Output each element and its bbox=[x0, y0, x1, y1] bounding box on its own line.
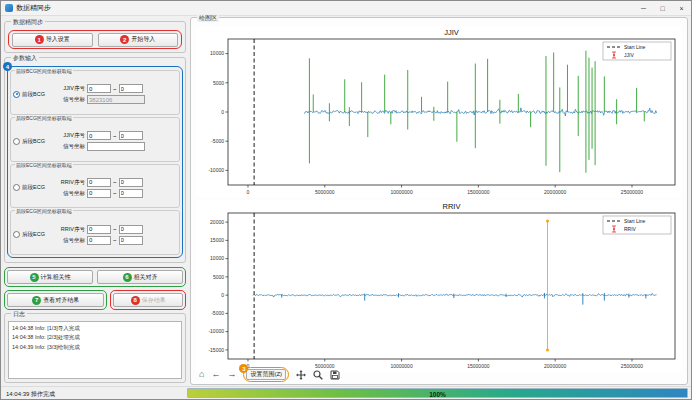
svg-text:15000000: 15000000 bbox=[467, 189, 489, 195]
signal-coord-label: 信号坐标 bbox=[55, 190, 85, 197]
rriv-index-label: RRIV序号 bbox=[55, 179, 85, 186]
svg-text:20000: 20000 bbox=[210, 219, 224, 225]
log-groupbox: 日志 14:04:38 Info: [1/3]导入完成 14:04:38 Inf… bbox=[4, 313, 186, 383]
svg-text:5000: 5000 bbox=[213, 274, 224, 280]
annotation-rect-import: 1 导入设置 2 开始导入 bbox=[8, 30, 182, 49]
svg-text:-15000: -15000 bbox=[208, 347, 224, 353]
import-settings-button[interactable]: 1 导入设置 bbox=[12, 33, 93, 47]
svg-text:Start Line: Start Line bbox=[624, 44, 646, 50]
maximize-button[interactable]: □ bbox=[653, 1, 672, 15]
radio-front-ecg[interactable]: 前段ECG bbox=[13, 184, 55, 191]
radio-indicator[interactable] bbox=[13, 91, 20, 98]
close-button[interactable]: × bbox=[672, 1, 691, 15]
log-group-title: 日志 bbox=[11, 310, 27, 318]
signal-coord-label: 信号坐标 bbox=[55, 96, 85, 103]
rear-ecg-coord-end-input[interactable] bbox=[119, 236, 143, 245]
start-import-button[interactable]: 2 开始导入 bbox=[98, 33, 179, 47]
plot-group-title: 绘图区 bbox=[197, 14, 219, 22]
log-entry: 14:04:38 Info: [2/3]处理完成 bbox=[12, 333, 178, 342]
svg-text:-10000: -10000 bbox=[208, 167, 224, 173]
annotation-rect-save-result: 8 保存结果 bbox=[110, 290, 186, 310]
statusbar: 14:04:39 操作完成 100% bbox=[1, 386, 691, 399]
rear-ecg-rriv-start-input[interactable] bbox=[87, 225, 111, 234]
correlation-align-button[interactable]: 6 相关对齐 bbox=[97, 270, 183, 284]
view-align-result-button[interactable]: 7 查看对齐结果 bbox=[7, 293, 104, 307]
zoom-icon[interactable] bbox=[313, 370, 323, 380]
svg-text:0: 0 bbox=[247, 189, 250, 195]
radio-rear-ecg[interactable]: 后段ECG bbox=[13, 231, 55, 238]
home-icon[interactable]: ⌂ bbox=[199, 370, 204, 379]
annotation-rect-view-result: 7 查看对齐结果 bbox=[4, 290, 107, 310]
svg-text:10000000: 10000000 bbox=[390, 189, 412, 195]
param-section-title: 后段ECG区间坐标获取端 bbox=[15, 208, 73, 214]
radio-indicator[interactable] bbox=[13, 231, 20, 238]
progress-bar: 100% bbox=[187, 388, 688, 398]
svg-text:-10000: -10000 bbox=[208, 328, 224, 334]
front-ecg-rriv-end-input[interactable] bbox=[119, 178, 143, 187]
rear-ecg-rriv-end-input[interactable] bbox=[119, 225, 143, 234]
sync-group-title: 数据精同步 bbox=[11, 18, 45, 26]
svg-text:-5000: -5000 bbox=[211, 310, 224, 316]
annotation-5-badge: 5 bbox=[30, 273, 39, 282]
rear-ecg-coord-start-input[interactable] bbox=[87, 236, 111, 245]
action-buttons: 5 计算相关性 6 相关对齐 7 查看对齐结果 8 bbox=[4, 267, 186, 310]
annotation-rect-params: 4 前段BCG区间坐标获取端 前段BCG JJIV序号 ~ bbox=[7, 66, 183, 258]
front-bcg-jjiv-start-input[interactable] bbox=[87, 84, 111, 93]
param-section-title: 前段ECG区间坐标获取端 bbox=[15, 162, 73, 168]
annotation-2-badge: 2 bbox=[120, 35, 129, 44]
minimize-button[interactable]: ─ bbox=[634, 1, 653, 15]
save-result-button[interactable]: 8 保存结果 bbox=[113, 293, 183, 307]
svg-text:20000000: 20000000 bbox=[544, 363, 566, 369]
calc-correlation-button[interactable]: 5 计算相关性 bbox=[7, 270, 93, 284]
params-groupbox: 参数输入 4 前段BCG区间坐标获取端 前段BCG JJIV序号 ~ bbox=[4, 57, 186, 263]
radio-indicator[interactable] bbox=[13, 184, 20, 191]
log-list[interactable]: 14:04:38 Info: [1/3]导入完成 14:04:38 Info: … bbox=[8, 321, 182, 379]
set-range-button[interactable]: 设置范围(Z) bbox=[246, 369, 286, 380]
annotation-1-badge: 1 bbox=[35, 35, 44, 44]
annotation-rect-range: 3 设置范围(Z) bbox=[243, 367, 289, 382]
svg-text:25000000: 25000000 bbox=[621, 189, 643, 195]
svg-text:10000: 10000 bbox=[210, 50, 224, 56]
param-section-title: 前段BCG区间坐标获取端 bbox=[15, 68, 73, 74]
front-ecg-rriv-start-input[interactable] bbox=[87, 178, 111, 187]
titlebar: 数据精同步 ─ □ × bbox=[1, 1, 691, 16]
sync-groupbox: 数据精同步 1 导入设置 2 开始导入 bbox=[4, 21, 186, 53]
rear-bcg-signal-coord-input[interactable] bbox=[87, 142, 145, 151]
svg-text:20000000: 20000000 bbox=[544, 189, 566, 195]
forward-icon[interactable]: → bbox=[227, 370, 236, 379]
status-message: 14:04:39 操作完成 bbox=[6, 390, 55, 399]
app-window: 数据精同步 ─ □ × 数据精同步 1 导入设置 2 开始导入 参数输入 bbox=[0, 0, 692, 400]
save-figure-icon[interactable] bbox=[330, 370, 340, 380]
back-icon[interactable]: ← bbox=[211, 370, 220, 379]
svg-text:RRIV: RRIV bbox=[443, 202, 461, 211]
svg-text:RRIV: RRIV bbox=[624, 226, 637, 232]
app-icon bbox=[5, 4, 13, 12]
svg-text:5000000: 5000000 bbox=[315, 189, 335, 195]
svg-text:15000: 15000 bbox=[210, 237, 224, 243]
params-group-title: 参数输入 bbox=[11, 54, 39, 62]
param-section-rear-bcg: 后段BCG区间坐标获取端 后段BCG JJIV序号 ~ 信号坐 bbox=[10, 117, 180, 162]
rear-bcg-jjiv-end-input[interactable] bbox=[119, 131, 143, 140]
rriv-index-label: RRIV序号 bbox=[55, 226, 85, 233]
radio-rear-bcg[interactable]: 后段BCG bbox=[13, 138, 55, 145]
front-ecg-coord-start-input[interactable] bbox=[87, 189, 111, 198]
radio-front-bcg[interactable]: 前段BCG bbox=[13, 91, 55, 98]
plot-toolbar: ⌂ ← → 3 设置范围(Z) bbox=[199, 367, 340, 382]
front-bcg-jjiv-end-input[interactable] bbox=[119, 84, 143, 93]
jjiv-chart[interactable]: JJIV050000001000000015000000200000002500… bbox=[196, 26, 682, 198]
signal-coord-label: 信号坐标 bbox=[55, 237, 85, 244]
annotation-7-badge: 7 bbox=[32, 296, 41, 305]
annotation-6-badge: 6 bbox=[123, 273, 132, 282]
param-section-title: 后段BCG区间坐标获取端 bbox=[15, 115, 73, 121]
rriv-chart[interactable]: RRIV050000001000000015000000200000002500… bbox=[196, 200, 682, 372]
radio-indicator[interactable] bbox=[13, 138, 20, 145]
svg-text:JJIV: JJIV bbox=[444, 28, 459, 37]
front-ecg-coord-end-input[interactable] bbox=[119, 189, 143, 198]
front-bcg-signal-coord-input[interactable] bbox=[87, 95, 145, 104]
log-entry: 14:04:38 Info: [1/3]导入完成 bbox=[12, 324, 178, 333]
rear-bcg-jjiv-start-input[interactable] bbox=[87, 131, 111, 140]
svg-text:Start Line: Start Line bbox=[624, 218, 646, 224]
plot-groupbox: 绘图区 JJIV05000000100000001500000020000000… bbox=[190, 17, 688, 385]
svg-text:10000: 10000 bbox=[210, 255, 224, 261]
pan-icon[interactable] bbox=[296, 370, 306, 380]
